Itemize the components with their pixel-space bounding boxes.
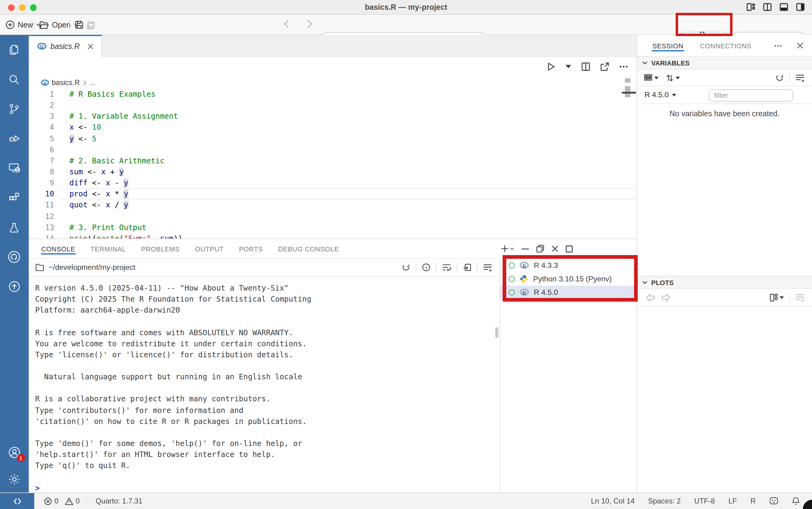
code-line[interactable]: 9diff <- x - y xyxy=(29,177,636,189)
open-in-editor-icon[interactable] xyxy=(463,263,471,272)
restart-console-icon[interactable] xyxy=(401,263,410,272)
console-toolbar: ~/development/my-project xyxy=(29,258,499,276)
split-editor-layout-icon[interactable] xyxy=(763,3,772,11)
restore-panel-icon[interactable] xyxy=(536,245,544,253)
feedback-icon[interactable] xyxy=(769,497,778,505)
breadcrumb-file[interactable]: basics.R xyxy=(52,78,80,87)
breadcrumb-more[interactable]: ... xyxy=(89,78,96,87)
sidebar-item-remote-explorer[interactable] xyxy=(0,153,29,183)
variables-filter-input[interactable] xyxy=(709,89,793,101)
sidebar-item-testing[interactable] xyxy=(0,213,29,242)
session-item[interactable]: RR 4.3.3 xyxy=(500,259,636,272)
clear-console-icon[interactable] xyxy=(483,263,492,271)
run-file-button[interactable] xyxy=(547,62,555,71)
sidebar-item-run-debug[interactable] xyxy=(0,124,29,153)
sidebar-item-extensions[interactable] xyxy=(0,183,29,213)
sort-variables-button[interactable] xyxy=(666,74,680,82)
maximize-panel-icon[interactable] xyxy=(565,245,573,252)
session-item[interactable]: RR 4.5.0 xyxy=(500,286,636,299)
code-line[interactable]: 10prod <- x * y xyxy=(29,189,636,200)
settings-button[interactable] xyxy=(0,466,29,493)
code-line[interactable]: 3# 1. Variable Assignment xyxy=(29,111,636,122)
console-output[interactable]: R version 4.5.0 (2025-04-11) -- "How Abo… xyxy=(29,277,495,493)
more-actions-icon[interactable] xyxy=(774,44,782,47)
panel-tab-problems[interactable]: PROBLEMS xyxy=(141,240,180,257)
line-number: 3 xyxy=(29,111,54,122)
encoding-setting[interactable]: UTF-8 xyxy=(694,497,715,505)
panel-tab-output[interactable]: OUTPUT xyxy=(194,240,224,257)
code-line[interactable]: 11quot <- x / y xyxy=(29,200,636,211)
language-mode[interactable]: R xyxy=(750,497,756,505)
variables-section-header[interactable]: VARIABLES xyxy=(637,57,812,70)
more-actions-icon[interactable] xyxy=(619,65,628,68)
line-number: 7 xyxy=(29,156,54,166)
clear-variables-icon[interactable] xyxy=(796,74,805,82)
variables-toolbar xyxy=(637,70,812,86)
code-line[interactable]: 1# R Basics Examples xyxy=(29,89,636,100)
new-session-button[interactable] xyxy=(501,245,514,253)
previous-plot-icon[interactable] xyxy=(646,294,655,302)
code-line[interactable]: 7# 2. Basic Arithmetic xyxy=(29,156,636,166)
sidebar-item-explorer[interactable] xyxy=(0,35,29,65)
save-all-button[interactable] xyxy=(85,15,96,35)
code-line[interactable]: 4x <- 10 xyxy=(29,122,636,133)
run-options-chevron-icon[interactable] xyxy=(565,65,571,69)
code-line[interactable]: 5y <- 5 xyxy=(29,133,636,144)
customize-layout-icon[interactable] xyxy=(746,3,755,11)
clear-plots-icon[interactable] xyxy=(796,294,805,302)
remote-indicator[interactable] xyxy=(0,493,34,509)
sidebar-item-publish[interactable] xyxy=(0,272,29,301)
notifications-bell-icon[interactable] xyxy=(792,497,800,505)
refresh-variables-icon[interactable] xyxy=(775,73,784,82)
close-icon[interactable] xyxy=(88,43,94,49)
eol-setting[interactable]: LF xyxy=(729,497,737,505)
sidebar-item-github[interactable] xyxy=(0,242,29,272)
word-wrap-icon[interactable] xyxy=(442,263,451,272)
panel-tab-console[interactable]: CONSOLE xyxy=(41,240,76,257)
plot-layout-button[interactable] xyxy=(770,294,784,302)
session-item[interactable]: Python 3.10.15 (Pyenv) xyxy=(500,272,636,286)
minimize-panel-icon[interactable] xyxy=(522,248,529,249)
close-panel-icon[interactable] xyxy=(552,245,558,252)
split-editor-icon[interactable] xyxy=(582,62,590,71)
console-scrollbar[interactable] xyxy=(495,327,498,338)
sidebar-tab-connections[interactable]: CONNECTIONS xyxy=(700,36,752,55)
quarto-version[interactable]: Quarto: 1.7.31 xyxy=(96,497,143,505)
navigate-back-icon[interactable] xyxy=(284,20,289,28)
breadcrumb[interactable]: R basics.R ... xyxy=(41,76,96,89)
code-line[interactable]: 14print(paste("Sum:", sum)) xyxy=(29,233,636,239)
open-in-new-window-icon[interactable] xyxy=(600,62,609,71)
tab-basics-r[interactable]: R basics.R xyxy=(29,35,102,57)
account-button[interactable]: 1 xyxy=(0,439,29,466)
info-icon[interactable] xyxy=(421,263,430,272)
console-prompt[interactable]: > xyxy=(35,482,495,493)
navigate-forward-icon[interactable] xyxy=(307,20,312,28)
problems-status[interactable]: 0 0 xyxy=(44,497,80,505)
next-plot-icon[interactable] xyxy=(662,294,671,302)
chevron-down-icon xyxy=(642,280,648,284)
sidebar-tab-session[interactable]: SESSION xyxy=(652,36,684,55)
code-line[interactable]: 13# 3. Print Output xyxy=(29,222,636,233)
group-variables-button[interactable] xyxy=(644,74,659,81)
code-line[interactable]: 6 xyxy=(29,144,636,155)
toggle-panel-icon[interactable] xyxy=(780,3,788,11)
toggle-secondary-sidebar-icon[interactable] xyxy=(796,3,805,11)
save-button[interactable] xyxy=(75,15,84,35)
code-editor[interactable]: 1# R Basics Examples23# 1. Variable Assi… xyxy=(29,89,636,239)
cursor-position[interactable]: Ln 10, Col 14 xyxy=(591,497,635,505)
plots-section-header[interactable]: PLOTS xyxy=(637,276,812,289)
code-line[interactable]: 8sum <- x + y xyxy=(29,166,636,177)
code-line[interactable]: 2 xyxy=(29,100,636,111)
close-sidebar-icon[interactable] xyxy=(797,42,804,49)
sidebar-item-source-control[interactable] xyxy=(0,94,29,124)
new-button[interactable]: New xyxy=(5,15,41,35)
open-button[interactable]: Open xyxy=(39,15,79,35)
working-directory[interactable]: ~/development/my-project xyxy=(35,263,136,272)
indentation-setting[interactable]: Spaces: 2 xyxy=(648,497,681,505)
code-line[interactable]: 12 xyxy=(29,211,636,222)
panel-tab-debug-console[interactable]: DEBUG CONSOLE xyxy=(278,240,340,257)
sidebar-item-search[interactable] xyxy=(0,65,29,94)
runtime-selector-button[interactable]: R 4.5.0 xyxy=(644,91,676,99)
panel-tab-ports[interactable]: PORTS xyxy=(238,240,263,257)
panel-tab-terminal[interactable]: TERMINAL xyxy=(90,240,126,257)
